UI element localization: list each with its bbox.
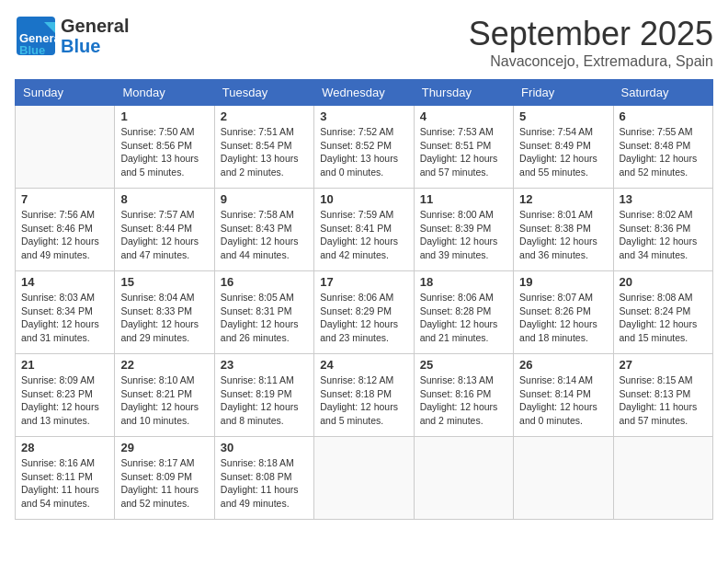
calendar-day-cell: 28 Sunrise: 8:16 AMSunset: 8:11 PMDaylig…: [16, 437, 115, 520]
calendar-day-cell: 15 Sunrise: 8:04 AMSunset: 8:33 PMDaylig…: [115, 271, 214, 354]
page-header: General Blue General Blue September 2025…: [15, 15, 713, 70]
weekday-header: Saturday: [613, 80, 712, 106]
calendar-day-cell: [16, 106, 115, 189]
calendar-day-cell: 24 Sunrise: 8:12 AMSunset: 8:18 PMDaylig…: [314, 354, 414, 437]
calendar-day-cell: 4 Sunrise: 7:53 AMSunset: 8:51 PMDayligh…: [414, 106, 513, 189]
day-info: Sunrise: 8:12 AMSunset: 8:18 PMDaylight:…: [320, 374, 398, 426]
day-number: 13: [620, 192, 707, 206]
weekday-header: Thursday: [414, 80, 513, 106]
calendar-day-cell: 8 Sunrise: 7:57 AMSunset: 8:44 PMDayligh…: [115, 189, 214, 271]
calendar-day-cell: 13 Sunrise: 8:02 AMSunset: 8:36 PMDaylig…: [613, 189, 712, 271]
calendar-day-cell: 22 Sunrise: 8:10 AMSunset: 8:21 PMDaylig…: [115, 354, 214, 437]
weekday-header: Sunday: [16, 80, 115, 106]
day-number: 10: [320, 192, 407, 206]
day-number: 11: [420, 192, 507, 206]
day-info: Sunrise: 8:06 AMSunset: 8:29 PMDaylight:…: [320, 292, 398, 343]
day-info: Sunrise: 8:10 AMSunset: 8:21 PMDaylight:…: [120, 374, 199, 426]
day-info: Sunrise: 7:57 AMSunset: 8:44 PMDaylight:…: [120, 209, 199, 260]
calendar-day-cell: 18 Sunrise: 8:06 AMSunset: 8:28 PMDaylig…: [414, 271, 513, 354]
day-number: 1: [120, 109, 208, 123]
day-number: 3: [320, 109, 407, 123]
calendar-day-cell: 2 Sunrise: 7:51 AMSunset: 8:54 PMDayligh…: [214, 106, 313, 189]
day-number: 12: [519, 192, 607, 206]
day-number: 18: [420, 275, 507, 289]
day-number: 7: [21, 192, 108, 206]
day-info: Sunrise: 7:55 AMSunset: 8:48 PMDaylight:…: [620, 126, 698, 178]
weekday-header: Wednesday: [314, 80, 414, 106]
calendar-day-cell: 10 Sunrise: 7:59 AMSunset: 8:41 PMDaylig…: [314, 189, 414, 271]
calendar-day-cell: 16 Sunrise: 8:05 AMSunset: 8:31 PMDaylig…: [214, 271, 313, 354]
day-info: Sunrise: 8:18 AMSunset: 8:08 PMDaylight:…: [221, 457, 299, 509]
day-info: Sunrise: 8:00 AMSunset: 8:39 PMDaylight:…: [420, 209, 498, 260]
calendar-day-cell: 26 Sunrise: 8:14 AMSunset: 8:14 PMDaylig…: [514, 354, 613, 437]
day-number: 20: [620, 275, 707, 289]
day-info: Sunrise: 8:08 AMSunset: 8:24 PMDaylight:…: [620, 292, 698, 343]
day-info: Sunrise: 8:04 AMSunset: 8:33 PMDaylight:…: [120, 292, 199, 343]
logo-icon: General Blue: [15, 15, 57, 57]
day-info: Sunrise: 7:54 AMSunset: 8:49 PMDaylight:…: [519, 126, 597, 178]
calendar-header-row: SundayMondayTuesdayWednesdayThursdayFrid…: [16, 80, 713, 106]
day-info: Sunrise: 8:14 AMSunset: 8:14 PMDaylight:…: [519, 374, 597, 426]
day-number: 30: [221, 441, 308, 454]
calendar-day-cell: [414, 437, 513, 520]
day-number: 8: [120, 192, 208, 206]
title-block: September 2025 Navaconcejo, Extremadura,…: [469, 15, 713, 70]
day-info: Sunrise: 8:09 AMSunset: 8:23 PMDaylight:…: [21, 374, 99, 426]
calendar-week-row: 21 Sunrise: 8:09 AMSunset: 8:23 PMDaylig…: [16, 354, 713, 437]
day-number: 27: [620, 358, 707, 372]
day-info: Sunrise: 8:06 AMSunset: 8:28 PMDaylight:…: [420, 292, 498, 343]
day-info: Sunrise: 8:05 AMSunset: 8:31 PMDaylight:…: [221, 292, 299, 343]
day-number: 23: [221, 358, 308, 372]
day-number: 19: [519, 275, 607, 289]
day-info: Sunrise: 7:53 AMSunset: 8:51 PMDaylight:…: [420, 126, 498, 178]
calendar-day-cell: [314, 437, 414, 520]
day-number: 26: [519, 358, 607, 372]
day-number: 9: [221, 192, 308, 206]
day-number: 15: [120, 275, 208, 289]
weekday-header: Friday: [514, 80, 613, 106]
logo-text: General Blue: [61, 16, 129, 56]
calendar-day-cell: 19 Sunrise: 8:07 AMSunset: 8:26 PMDaylig…: [514, 271, 613, 354]
calendar-day-cell: 25 Sunrise: 8:13 AMSunset: 8:16 PMDaylig…: [414, 354, 513, 437]
calendar-day-cell: 1 Sunrise: 7:50 AMSunset: 8:56 PMDayligh…: [115, 106, 214, 189]
day-info: Sunrise: 8:15 AMSunset: 8:13 PMDaylight:…: [620, 374, 698, 426]
day-number: 4: [420, 109, 507, 123]
day-number: 17: [320, 275, 407, 289]
day-number: 21: [21, 358, 108, 372]
calendar-week-row: 14 Sunrise: 8:03 AMSunset: 8:34 PMDaylig…: [16, 271, 713, 354]
calendar-day-cell: 7 Sunrise: 7:56 AMSunset: 8:46 PMDayligh…: [16, 189, 115, 271]
day-info: Sunrise: 7:56 AMSunset: 8:46 PMDaylight:…: [21, 209, 99, 260]
day-info: Sunrise: 8:01 AMSunset: 8:38 PMDaylight:…: [519, 209, 597, 260]
calendar-day-cell: 11 Sunrise: 8:00 AMSunset: 8:39 PMDaylig…: [414, 189, 513, 271]
calendar-day-cell: 27 Sunrise: 8:15 AMSunset: 8:13 PMDaylig…: [613, 354, 712, 437]
calendar-day-cell: 20 Sunrise: 8:08 AMSunset: 8:24 PMDaylig…: [613, 271, 712, 354]
weekday-header: Monday: [115, 80, 214, 106]
calendar-week-row: 7 Sunrise: 7:56 AMSunset: 8:46 PMDayligh…: [16, 189, 713, 271]
calendar-day-cell: 5 Sunrise: 7:54 AMSunset: 8:49 PMDayligh…: [514, 106, 613, 189]
day-info: Sunrise: 8:17 AMSunset: 8:09 PMDaylight:…: [120, 457, 199, 509]
logo-general: General: [61, 16, 129, 36]
logo: General Blue General Blue: [15, 15, 129, 57]
day-number: 25: [420, 358, 507, 372]
day-info: Sunrise: 8:13 AMSunset: 8:16 PMDaylight:…: [420, 374, 498, 426]
calendar-day-cell: 3 Sunrise: 7:52 AMSunset: 8:52 PMDayligh…: [314, 106, 414, 189]
day-info: Sunrise: 7:58 AMSunset: 8:43 PMDaylight:…: [221, 209, 299, 260]
day-number: 6: [620, 109, 707, 123]
day-number: 5: [519, 109, 607, 123]
day-number: 24: [320, 358, 407, 372]
day-info: Sunrise: 8:16 AMSunset: 8:11 PMDaylight:…: [21, 457, 99, 509]
day-number: 16: [221, 275, 308, 289]
day-number: 28: [21, 441, 108, 454]
calendar-week-row: 28 Sunrise: 8:16 AMSunset: 8:11 PMDaylig…: [16, 437, 713, 520]
logo-blue: Blue: [61, 36, 129, 56]
day-info: Sunrise: 7:50 AMSunset: 8:56 PMDaylight:…: [120, 126, 199, 178]
day-info: Sunrise: 8:11 AMSunset: 8:19 PMDaylight:…: [221, 374, 299, 426]
calendar-day-cell: 14 Sunrise: 8:03 AMSunset: 8:34 PMDaylig…: [16, 271, 115, 354]
day-number: 14: [21, 275, 108, 289]
location-subtitle: Navaconcejo, Extremadura, Spain: [469, 53, 713, 70]
calendar-week-row: 1 Sunrise: 7:50 AMSunset: 8:56 PMDayligh…: [16, 106, 713, 189]
day-info: Sunrise: 7:51 AMSunset: 8:54 PMDaylight:…: [221, 126, 299, 178]
day-number: 22: [120, 358, 208, 372]
calendar-day-cell: 21 Sunrise: 8:09 AMSunset: 8:23 PMDaylig…: [16, 354, 115, 437]
calendar-day-cell: 6 Sunrise: 7:55 AMSunset: 8:48 PMDayligh…: [613, 106, 712, 189]
